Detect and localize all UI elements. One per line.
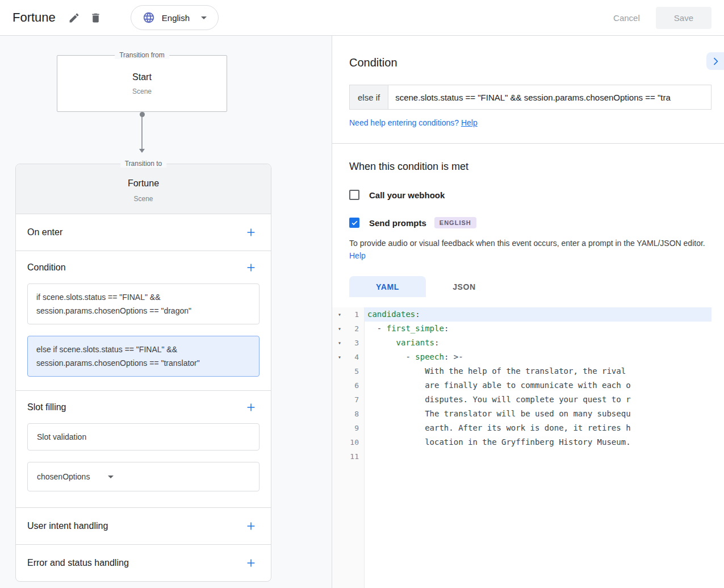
fold-arrow-icon[interactable]: ▾ — [332, 350, 347, 364]
fold-spacer — [332, 407, 347, 421]
fold-arrow-icon[interactable]: ▾ — [332, 322, 347, 336]
code-line: ▾2 - first_simple: — [332, 322, 724, 336]
language-label: English — [162, 13, 190, 23]
arrow-dot-icon — [140, 112, 145, 117]
fold-spacer — [332, 449, 347, 464]
caret-down-icon — [201, 16, 207, 19]
slot-validation-item[interactable]: Slot validation — [27, 423, 260, 451]
code-text[interactable]: location in the Gryffinberg History Muse… — [364, 435, 712, 449]
from-node-type: Scene — [132, 87, 152, 95]
code-line: 11 — [332, 449, 724, 464]
collapse-panel-button[interactable] — [706, 52, 724, 70]
line-number: 8 — [347, 407, 364, 421]
condition-item-dragon[interactable]: if scene.slots.status == "FINAL" && sess… — [27, 283, 260, 324]
checkmark-icon — [351, 219, 358, 227]
section-condition: Condition if scene.slots.status == "FINA… — [16, 251, 271, 390]
divider — [332, 143, 724, 144]
code-line: ▾3 variants: — [332, 336, 724, 350]
prompt-hint-text: To provide audio or visual feedback when… — [349, 239, 705, 248]
code-text[interactable]: candidates: — [364, 307, 712, 322]
add-slot-button[interactable] — [242, 399, 260, 416]
scene-graph-panel: Transition from Start Scene Transition t… — [0, 36, 332, 588]
code-line: 10 location in the Gryffinberg History M… — [332, 435, 724, 449]
line-number: 4 — [347, 350, 364, 364]
section-slot-filling: Slot filling Slot validation chosenOptio… — [16, 390, 271, 491]
fold-spacer — [332, 393, 347, 407]
slot-filling-label: Slot filling — [27, 402, 66, 412]
detail-heading: Condition — [332, 56, 724, 69]
save-button[interactable]: Save — [656, 7, 712, 29]
code-text[interactable]: are finally able to communicate with eac… — [364, 378, 712, 393]
webhook-row: Call your webhook — [349, 190, 707, 200]
trash-icon — [90, 12, 102, 24]
add-error-handler-button[interactable] — [242, 554, 260, 572]
prompt-help-link[interactable]: Help — [349, 251, 366, 260]
error-handling-label: Error and status handling — [27, 558, 129, 568]
send-prompts-checkbox[interactable] — [349, 218, 359, 228]
add-on-enter-button[interactable] — [242, 224, 260, 241]
code-line: 9 earth. After its work is done, it reti… — [332, 421, 724, 435]
code-text[interactable]: - first_simple: — [364, 322, 712, 336]
code-text[interactable]: disputes. You will complete your quest t… — [364, 393, 712, 407]
condition-section-label: Condition — [27, 262, 66, 273]
code-text[interactable]: - speech: >- — [364, 350, 712, 364]
user-intent-label: User intent handling — [27, 521, 108, 531]
code-line: 8 The translator will be used on many su… — [332, 407, 724, 421]
line-number: 5 — [347, 364, 364, 378]
to-node-type: Scene — [133, 195, 153, 203]
transition-to-node[interactable]: Transition to Fortune Scene — [16, 164, 271, 214]
cancel-button[interactable]: Cancel — [613, 13, 640, 23]
pencil-icon — [68, 12, 80, 24]
language-selector[interactable]: English — [131, 5, 219, 30]
fold-spacer — [332, 364, 347, 378]
condition-item-translator[interactable]: else if scene.slots.status == "FINAL" &&… — [27, 336, 260, 377]
transition-from-node[interactable]: Transition from Start Scene — [57, 55, 227, 112]
globe-icon — [143, 11, 155, 24]
code-line: 5 With the help of the translator, the r… — [332, 364, 724, 378]
plus-icon — [245, 557, 257, 569]
scene-card: Transition to Fortune Scene On enter Con… — [15, 164, 271, 582]
plus-icon — [245, 401, 257, 414]
send-prompts-row: Send prompts ENGLISH — [349, 217, 707, 228]
edit-title-button[interactable] — [64, 7, 85, 28]
tab-json[interactable]: JSON — [426, 276, 503, 297]
help-question: Need help entering conditions? — [349, 118, 459, 127]
code-line: ▾4 - speech: >- — [332, 350, 724, 364]
slot-parameter-dropdown[interactable]: chosenOptions — [27, 462, 260, 491]
slot-validation-label: Slot validation — [37, 432, 86, 441]
plus-icon — [245, 520, 257, 532]
code-text[interactable]: earth. After its work is done, it retire… — [364, 421, 712, 435]
code-text[interactable] — [364, 449, 712, 464]
line-number: 11 — [347, 449, 364, 464]
dropdown-caret-icon — [108, 476, 114, 478]
fold-arrow-icon[interactable]: ▾ — [332, 307, 347, 322]
code-line: 6 are finally able to communicate with e… — [332, 378, 724, 393]
transition-arrow — [57, 112, 227, 153]
delete-scene-button[interactable] — [85, 7, 107, 28]
line-number: 3 — [347, 336, 364, 350]
conditions-help-line: Need help entering conditions? Help — [349, 118, 707, 127]
code-text[interactable]: variants: — [364, 336, 712, 350]
condition-expression-input[interactable]: scene.slots.status == "FINAL" && session… — [388, 85, 712, 110]
chevron-right-icon — [710, 56, 721, 67]
line-number: 10 — [347, 435, 364, 449]
condition-prefix: else if — [349, 85, 388, 110]
arrow-head-icon — [139, 149, 145, 153]
condition-met-heading: When this condition is met — [349, 161, 707, 173]
conditions-help-link[interactable]: Help — [461, 118, 478, 127]
add-user-intent-button[interactable] — [242, 518, 260, 535]
topbar: Fortune English Cancel Save — [0, 0, 724, 36]
line-number: 7 — [347, 393, 364, 407]
tab-yaml[interactable]: YAML — [349, 276, 426, 297]
line-number: 6 — [347, 378, 364, 393]
add-condition-button[interactable] — [242, 259, 260, 276]
line-number: 1 — [347, 307, 364, 322]
send-prompts-label: Send prompts — [369, 218, 426, 228]
code-text[interactable]: The translator will be used on many subs… — [364, 407, 712, 421]
webhook-checkbox[interactable] — [349, 190, 359, 200]
code-text[interactable]: With the help of the translator, the riv… — [364, 364, 712, 378]
fold-arrow-icon[interactable]: ▾ — [332, 336, 347, 350]
yaml-editor[interactable]: ▾1candidates:▾2 - first_simple:▾3 varian… — [332, 307, 724, 588]
line-number: 9 — [347, 421, 364, 435]
condition-editor-row: else if scene.slots.status == "FINAL" &&… — [349, 85, 712, 110]
